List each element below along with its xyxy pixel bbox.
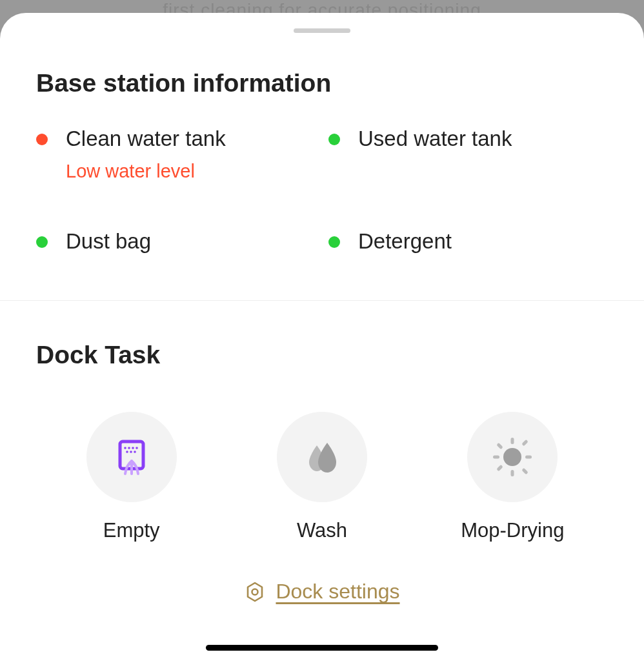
base-station-title: Base station information [36, 69, 608, 97]
status-dot-red [36, 134, 48, 145]
task-mop-drying[interactable]: Mop-Drying [418, 412, 608, 542]
status-detergent[interactable]: Detergent [328, 229, 608, 254]
sheet-grabber[interactable] [294, 28, 350, 33]
status-label: Used water tank [358, 126, 512, 152]
dock-settings-label: Dock settings [276, 580, 399, 604]
svg-point-7 [134, 451, 136, 453]
settings-hex-icon [244, 581, 266, 603]
dock-settings-link[interactable]: Dock settings [36, 580, 608, 604]
status-grid: Clean water tank Low water level Used wa… [36, 126, 608, 254]
svg-rect-10 [511, 470, 514, 476]
status-label: Detergent [358, 229, 452, 254]
task-icon-circle [467, 412, 558, 502]
svg-point-2 [128, 447, 130, 449]
svg-point-4 [136, 447, 138, 449]
task-label: Mop-Drying [461, 519, 564, 542]
status-sub-warning: Low water level [66, 161, 226, 182]
svg-rect-12 [525, 456, 532, 459]
task-label: Empty [103, 519, 160, 542]
status-clean-water[interactable]: Clean water tank Low water level [36, 126, 316, 182]
status-text-block: Dust bag [66, 229, 151, 254]
svg-point-1 [124, 447, 126, 449]
sun-icon [489, 434, 536, 480]
status-dot-green [36, 236, 48, 248]
svg-rect-13 [497, 443, 504, 450]
status-label: Dust bag [66, 229, 151, 254]
status-used-water[interactable]: Used water tank [328, 126, 608, 182]
status-dot-green [328, 134, 340, 145]
svg-point-5 [126, 451, 128, 453]
water-drop-icon [304, 439, 340, 475]
task-row: Empty Wash [36, 412, 608, 542]
status-dot-green [328, 236, 340, 248]
svg-rect-15 [522, 440, 529, 447]
svg-point-8 [503, 448, 521, 466]
svg-point-6 [130, 451, 132, 453]
svg-rect-16 [497, 465, 504, 472]
status-text-block: Detergent [358, 229, 452, 254]
section-divider [0, 300, 644, 301]
dock-task-title: Dock Task [36, 341, 608, 369]
empty-icon [111, 436, 152, 478]
task-label: Wash [297, 519, 347, 542]
svg-point-17 [252, 589, 258, 595]
svg-rect-9 [511, 438, 514, 444]
bottom-sheet: Base station information Clean water tan… [0, 13, 644, 661]
status-text-block: Clean water tank Low water level [66, 126, 226, 182]
home-indicator[interactable] [206, 645, 438, 651]
svg-rect-14 [522, 468, 529, 475]
task-icon-circle [277, 412, 367, 502]
task-empty[interactable]: Empty [36, 412, 226, 542]
svg-rect-11 [493, 456, 499, 459]
task-icon-circle [86, 412, 177, 502]
status-text-block: Used water tank [358, 126, 512, 152]
status-label: Clean water tank [66, 126, 226, 152]
svg-point-3 [132, 447, 134, 449]
status-dust-bag[interactable]: Dust bag [36, 229, 316, 254]
task-wash[interactable]: Wash [226, 412, 417, 542]
